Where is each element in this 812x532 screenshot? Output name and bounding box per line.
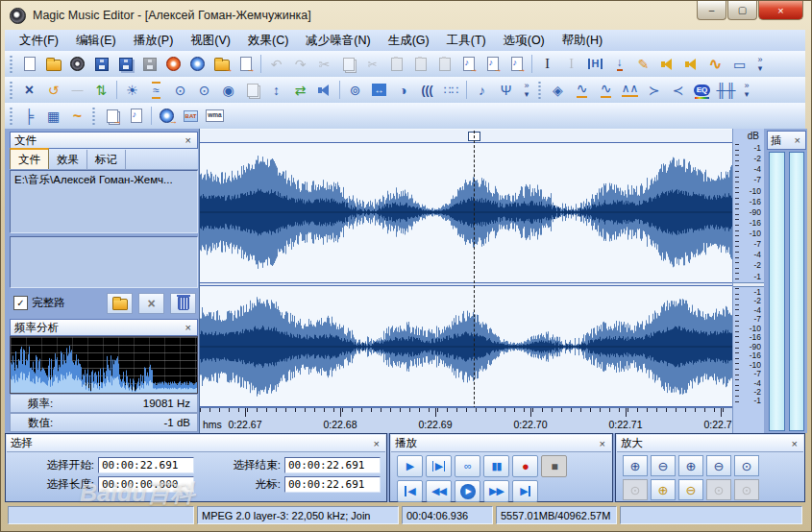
rewind[interactable]: ◀◀ xyxy=(426,480,452,502)
fade-in-timer[interactable]: ⊙ xyxy=(168,79,192,102)
menu-play[interactable]: 播放(P) xyxy=(125,31,183,51)
file-info[interactable] xyxy=(124,105,148,128)
frequency-panel-close[interactable]: × xyxy=(184,322,193,333)
toolbar-overflow-chevron[interactable]: » ▾ xyxy=(753,53,767,76)
menu-edit[interactable]: 编辑(E) xyxy=(67,31,125,51)
vertical-zoom-out[interactable]: ⊖ xyxy=(678,479,703,500)
menu-noise-reduction[interactable]: 减少噪音(N) xyxy=(297,31,379,51)
delete-file-button[interactable] xyxy=(170,293,196,314)
play[interactable]: ▶ xyxy=(397,455,423,477)
fade-out-timer[interactable]: ⊙ xyxy=(192,79,216,102)
toolbar-grip[interactable] xyxy=(537,82,542,99)
new-file[interactable] xyxy=(17,53,41,76)
file-list[interactable]: E:\音乐\Алексей Гоман-Жемч... xyxy=(10,170,198,233)
zoom-panel-close[interactable]: × xyxy=(790,438,800,449)
zoom-to-selection[interactable]: ⊕ xyxy=(678,455,703,476)
fade-out[interactable]: ≺ xyxy=(666,79,690,102)
menu-help[interactable]: 帮助(H) xyxy=(554,31,611,51)
channel-mixer[interactable]: ⇄ xyxy=(288,79,312,102)
select-all[interactable]: H xyxy=(583,53,607,76)
wma-convert[interactable]: wma xyxy=(203,105,227,128)
echo[interactable]: ((( xyxy=(415,79,439,102)
tremolo[interactable]: ∧∧ xyxy=(618,79,642,102)
toolbar-overflow-chevron[interactable]: » ▾ xyxy=(520,79,533,102)
menu-tools[interactable]: 工具(T) xyxy=(438,31,495,51)
file-list-item[interactable]: E:\音乐\Алексей Гоман-Жемч... xyxy=(14,173,193,187)
drop-marker[interactable]: ↓ xyxy=(607,53,631,76)
mix-curve[interactable]: ∿ xyxy=(703,53,727,76)
tab-files[interactable]: 文件 xyxy=(10,148,49,169)
cursor-position-value[interactable]: 00:00:22.691 xyxy=(284,476,381,493)
menu-options[interactable]: 选项(O) xyxy=(495,31,554,51)
menu-file[interactable]: 文件(F) xyxy=(11,31,67,51)
full-path-checkbox[interactable]: ✓ xyxy=(13,296,28,310)
go-to-start[interactable]: ◀ xyxy=(397,480,423,502)
tab-markers[interactable]: 标记 xyxy=(87,150,126,169)
waveform-area[interactable]: hms 0:22.670:22.680:22.690:22.700:22.710… xyxy=(199,129,732,433)
equalizer[interactable]: EQ xyxy=(690,79,714,102)
selection-length-value[interactable]: 00:00:00.000 xyxy=(98,476,194,493)
selection-panel-close[interactable]: × xyxy=(372,438,381,449)
delete-silence[interactable]: ▦ xyxy=(41,105,65,128)
phone-filter[interactable]: ~ xyxy=(65,105,89,128)
batch-process[interactable] xyxy=(100,105,124,128)
normalize[interactable]: ≈ xyxy=(144,79,168,102)
graphic-sliders[interactable]: ╫╫ xyxy=(714,79,738,102)
web-publish[interactable] xyxy=(155,105,179,128)
zoom-full[interactable]: ⊙ xyxy=(734,455,759,476)
chorus[interactable]: ∷∷ xyxy=(439,79,463,102)
speaker-mute[interactable] xyxy=(679,53,703,76)
export-folder[interactable] xyxy=(209,53,234,76)
close-button[interactable]: × xyxy=(758,1,803,20)
loop-play[interactable]: ∞ xyxy=(455,455,480,477)
copy-to-new-file[interactable] xyxy=(480,53,504,76)
wave-shaper-1[interactable]: ∿ xyxy=(570,79,594,102)
file-list-secondary[interactable] xyxy=(10,236,198,288)
save-as[interactable] xyxy=(113,53,137,76)
balance-pan[interactable]: ◑ xyxy=(391,79,415,102)
wave-shaper-2[interactable]: ∿ xyxy=(594,79,618,102)
toolbar-grip[interactable] xyxy=(9,56,13,73)
insert-silence[interactable]: ╞ xyxy=(17,105,41,128)
time-stretch[interactable]: ↔ xyxy=(367,79,391,102)
play-selection[interactable]: ▶ xyxy=(426,455,452,477)
record[interactable]: ● xyxy=(512,455,538,477)
fade-in[interactable]: ≻ xyxy=(642,79,666,102)
go-to-end[interactable]: ▶ xyxy=(512,480,538,502)
selection-start-value[interactable]: 00:00:22.691 xyxy=(98,457,194,473)
envelope[interactable]: ◈ xyxy=(546,79,570,102)
cursor-select[interactable]: I xyxy=(535,53,559,76)
stereo-waveform[interactable] xyxy=(200,142,733,407)
save[interactable] xyxy=(89,53,113,76)
move-to-new-file[interactable] xyxy=(504,53,529,76)
tab-effects[interactable]: 效果 xyxy=(49,150,87,169)
pitch-shift[interactable]: ♪ xyxy=(470,79,494,102)
edit-marker[interactable]: ✎ xyxy=(631,53,655,76)
frame-select[interactable]: ▭ xyxy=(727,53,751,76)
swap-channels[interactable]: ⇅ xyxy=(89,79,113,102)
amplify[interactable]: ☀ xyxy=(120,79,144,102)
open-file-button[interactable] xyxy=(107,293,133,314)
close-file-button[interactable]: × xyxy=(138,293,164,314)
open-file[interactable] xyxy=(41,53,65,76)
speaker-effect[interactable] xyxy=(312,79,336,102)
adjust-amplitude[interactable]: ↕ xyxy=(264,79,288,102)
pause[interactable]: ▮▮ xyxy=(483,455,509,477)
menu-view[interactable]: 视图(V) xyxy=(182,31,239,51)
stop[interactable]: ■ xyxy=(541,455,567,477)
delay-stopwatch[interactable]: ⊚ xyxy=(343,79,367,102)
rip-cd[interactable] xyxy=(185,53,209,76)
selection-end-value[interactable]: 00:00:22.691 xyxy=(284,457,381,473)
minimize-button[interactable]: – xyxy=(697,1,726,20)
menu-generate[interactable]: 生成(G) xyxy=(380,31,438,51)
toolbar-grip[interactable] xyxy=(9,108,13,125)
playback-panel-close[interactable]: × xyxy=(598,438,607,449)
paste-to-new-file[interactable] xyxy=(456,53,480,76)
toolbar-grip[interactable] xyxy=(9,82,13,99)
files-panel-close[interactable]: × xyxy=(184,134,193,146)
meter-panel-close[interactable]: × xyxy=(793,134,802,146)
toolbar-overflow-chevron[interactable]: » ▾ xyxy=(740,79,753,102)
zoom-out[interactable]: ⊖ xyxy=(651,455,676,476)
time-ruler[interactable]: hms 0:22.670:22.680:22.690:22.700:22.710… xyxy=(200,407,732,434)
speaker-edit[interactable] xyxy=(655,53,679,76)
